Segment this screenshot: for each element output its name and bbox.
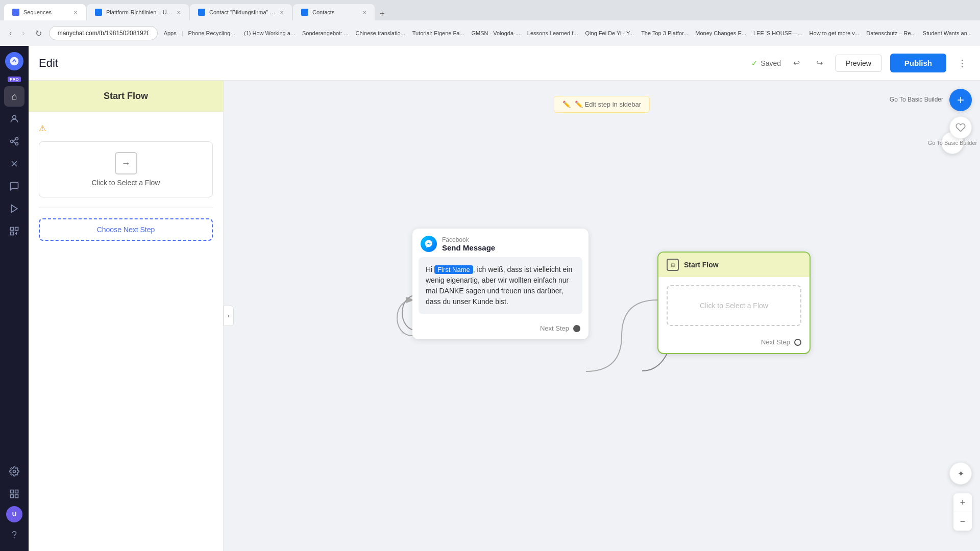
saved-label: Saved (761, 59, 781, 67)
sparkle-button-container: ✦ (949, 462, 972, 485)
bookmark-11[interactable]: LEE 'S HOUSE—... (751, 29, 804, 37)
bookmark-4[interactable]: Chinese translatio... (354, 29, 407, 37)
zoom-out-button[interactable]: − (953, 512, 972, 531)
heart-button-container (949, 116, 972, 139)
message-bubble[interactable]: Hi First Name, ich weiß, dass ist vielle… (419, 257, 582, 314)
tab-title-contacts: Contacts (312, 9, 358, 15)
next-step-dot[interactable] (573, 325, 580, 332)
start-flow-select-card[interactable]: → Click to Select a Flow (39, 141, 213, 197)
saved-check-icon: ✓ (751, 59, 757, 67)
svg-point-13 (13, 470, 16, 473)
node-title-group: Facebook Send Message (442, 236, 495, 252)
sidebar-panel: Start Flow ⚠ → Click to Select a Flow Ch… (29, 81, 224, 551)
next-step-label: Next Step (540, 324, 569, 332)
svg-point-1 (13, 115, 16, 119)
publish-button[interactable]: Publish (890, 54, 946, 72)
select-flow-placeholder[interactable]: Click to Select a Flow (667, 285, 801, 326)
browser-tab-contacts[interactable]: Contacts ✕ (293, 4, 375, 20)
hint-text: ✏️ Edit step in sidebar (575, 101, 641, 108)
browser-tab-plattform[interactable]: Plattform-Richtlinien – Übers... ✕ (87, 4, 189, 20)
app-logo[interactable] (5, 52, 23, 70)
send-message-node[interactable]: Facebook Send Message Hi First Name, ich… (412, 229, 589, 339)
preview-button[interactable]: Preview (835, 55, 882, 72)
grid-icon (9, 489, 19, 499)
bookmark-apps[interactable]: Apps (162, 29, 179, 37)
sidebar-item-contacts[interactable] (4, 109, 24, 129)
sidebar-item-grid[interactable] (4, 484, 24, 504)
node-title: Send Message (442, 243, 495, 252)
bookmark-14[interactable]: Student Wants an... (921, 29, 974, 37)
bookmark-2[interactable]: (1) How Working a... (242, 29, 297, 37)
browser-bookmarks: Apps | Phone Recycling-... (1) How Worki… (162, 29, 974, 37)
bookmark-8[interactable]: Qing Fei De Yi - Y... (583, 29, 636, 37)
back-button[interactable]: ‹ (6, 27, 15, 40)
new-tab-button[interactable]: + (376, 7, 388, 20)
undo-button[interactable]: ↩ (789, 55, 804, 71)
sidebar-item-flows[interactable] (4, 131, 24, 152)
settings-icon (9, 466, 19, 477)
start-flow-node-title: Start Flow (684, 261, 719, 269)
browser-tabs: Sequences ✕ Plattform-Richtlinien – Über… (0, 0, 980, 20)
tab-close-sequences[interactable]: ✕ (74, 10, 78, 15)
svg-rect-15 (15, 490, 18, 493)
sidebar-item-automation[interactable] (4, 221, 24, 241)
bookmark-7[interactable]: Lessons Learned f... (525, 29, 580, 37)
svg-rect-11 (15, 228, 18, 231)
sidebar-item-settings[interactable] (4, 461, 24, 482)
add-node-button[interactable]: + (949, 89, 972, 111)
more-options-button[interactable]: ⋮ (954, 55, 970, 72)
tab-title-plattform: Plattform-Richtlinien – Übers... (106, 9, 173, 15)
page-title: Edit (39, 57, 58, 70)
tab-close-contact[interactable]: ✕ (280, 10, 284, 15)
choose-next-step-button[interactable]: Choose Next Step (39, 218, 213, 241)
start-flow-node[interactable]: ⊟ Start Flow Click to Select a Flow Next… (657, 252, 811, 354)
tab-close-contacts[interactable]: ✕ (362, 10, 366, 15)
automation-icon (9, 226, 19, 236)
send-message-header: Facebook Send Message (412, 229, 589, 257)
messages-icon (9, 181, 19, 191)
sidebar-item-integrations[interactable] (4, 154, 24, 174)
user-avatar[interactable]: U (6, 506, 22, 522)
facebook-messenger-icon (421, 236, 437, 252)
address-bar[interactable] (49, 26, 158, 40)
browser-tab-sequences[interactable]: Sequences ✕ (4, 4, 86, 20)
svg-rect-10 (11, 228, 14, 231)
sparkle-button[interactable]: ✦ (949, 462, 972, 485)
bookmark-12[interactable]: How to get more v... (807, 29, 862, 37)
sidebar-panel-header: Start Flow (29, 81, 223, 112)
bookmark-10[interactable]: Money Changes E... (693, 29, 748, 37)
refresh-button[interactable]: ↻ (32, 27, 45, 40)
browser-tab-contact[interactable]: Contact "Bildungsfirma" thro... ✕ (190, 4, 292, 20)
pro-badge: PRO (8, 77, 20, 82)
bookmark-13[interactable]: Datenschutz – Re... (864, 29, 918, 37)
redo-button[interactable]: ↪ (812, 55, 827, 71)
sidebar-item-home[interactable]: ⌂ (4, 86, 24, 107)
forward-button[interactable]: › (19, 27, 28, 40)
flows-icon (9, 136, 19, 146)
browser-toolbar: ‹ › ↻ Apps | Phone Recycling-... (1) How… (0, 20, 980, 46)
canvas-area: ✏️ ✏️ Edit step in sidebar ‹ (224, 81, 980, 551)
bookmark-1[interactable]: Phone Recycling-... (186, 29, 239, 37)
sidebar-item-help[interactable]: ? (4, 524, 24, 545)
canvas-hint: ✏️ ✏️ Edit step in sidebar (554, 96, 650, 113)
logo-icon (9, 56, 19, 66)
left-nav: PRO ⌂ U ? (0, 46, 29, 551)
start-flow-next-step-dot[interactable] (794, 339, 801, 346)
sidebar-item-messages[interactable] (4, 176, 24, 196)
bookmark-9[interactable]: The Top 3 Platfor... (639, 29, 690, 37)
svg-line-5 (13, 139, 16, 141)
canvas-collapse-button[interactable]: ‹ (224, 306, 234, 326)
sidebar-item-broadcasts[interactable] (4, 198, 24, 219)
tab-close-plattform[interactable]: ✕ (177, 10, 181, 15)
start-flow-node-icon: ⊟ (667, 259, 679, 271)
main-content: Edit ✓ Saved ↩ ↪ Preview Publish ⋮ Start… (29, 46, 980, 551)
contacts-icon (9, 114, 19, 124)
bookmark-3[interactable]: Sonderangebot: ... (300, 29, 351, 37)
zoom-in-button[interactable]: + (953, 493, 972, 512)
bookmark-6[interactable]: GMSN - Vologda-... (469, 29, 522, 37)
favorites-button[interactable] (949, 116, 972, 139)
go-to-basic-builder-label[interactable]: Go To Basic Builder (890, 96, 943, 103)
tab-favicon-plattform (95, 9, 102, 16)
bookmark-5[interactable]: Tutorial: Eigene Fa... (410, 29, 467, 37)
svg-point-3 (16, 138, 18, 140)
